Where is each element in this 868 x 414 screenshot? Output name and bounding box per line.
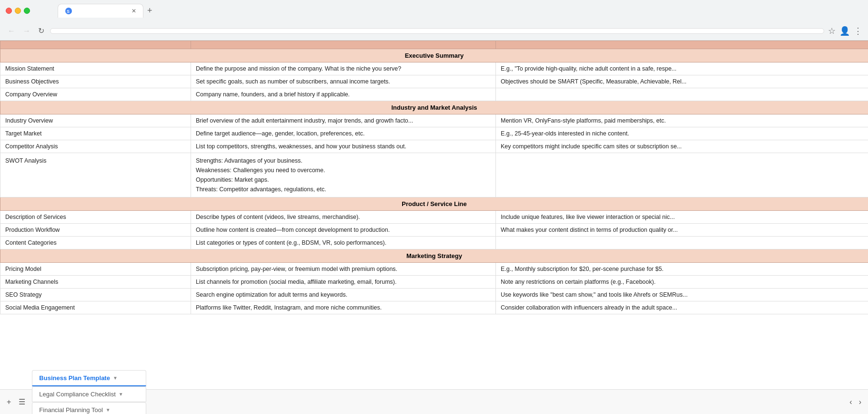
toolbar-icons: ☆ 👤 ⋮: [828, 26, 862, 36]
cell-section: Production Workflow: [0, 224, 191, 237]
cell-section: Competitor Analysis: [0, 140, 191, 153]
sheet-controls: + ☰: [4, 395, 28, 408]
sheet-tab[interactable]: Legal Compliance Checklist▼: [32, 386, 146, 402]
header-notes: [496, 41, 868, 49]
table-row[interactable]: Content CategoriesList categories or typ…: [0, 237, 868, 249]
cell-description: List categories or types of content (e.g…: [191, 237, 496, 249]
section-header-cell: Industry and Market Analysis: [0, 101, 868, 114]
table-row[interactable]: Industry OverviewBrief overview of the a…: [0, 114, 868, 127]
address-bar-row: ← → ↻ ☆ 👤 ⋮: [0, 21, 868, 40]
table-row[interactable]: SWOT AnalysisStrengths: Advantages of yo…: [0, 153, 868, 197]
cell-notes: Mention VR, OnlyFans-style platforms, pa…: [496, 114, 868, 127]
sheet-tab-dropdown-icon[interactable]: ▼: [119, 392, 123, 397]
forward-button[interactable]: →: [21, 25, 32, 37]
cell-section: Mission Statement: [0, 62, 191, 75]
bookmark-icon[interactable]: ☆: [828, 26, 836, 36]
table-row[interactable]: Business ObjectivesSet specific goals, s…: [0, 75, 868, 88]
tab-favicon-icon: S: [65, 7, 72, 15]
section-header-row: Executive Summary: [0, 49, 868, 62]
section-header-cell: Executive Summary: [0, 49, 868, 62]
table-row[interactable]: Target MarketDefine target audience—age,…: [0, 127, 868, 140]
cell-notes: E.g., "To provide high-quality, niche ad…: [496, 62, 868, 75]
close-window-button[interactable]: [6, 8, 12, 14]
minimize-window-button[interactable]: [15, 8, 21, 14]
table-row[interactable]: Mission StatementDefine the purpose and …: [0, 62, 868, 75]
svg-text:S: S: [67, 9, 70, 14]
sheet-tab-dropdown-icon[interactable]: ▼: [106, 407, 111, 413]
cell-section: Marketing Channels: [0, 276, 191, 289]
add-sheet-button[interactable]: +: [4, 396, 14, 408]
new-tab-button[interactable]: +: [143, 4, 156, 18]
sheet-tab-dropdown-icon[interactable]: ▼: [113, 375, 118, 381]
cell-description: Describe types of content (videos, live …: [191, 211, 496, 224]
cell-description: Define the purpose and mission of the co…: [191, 62, 496, 75]
cell-notes: Include unique features, like live viewe…: [496, 211, 868, 224]
sheet-tab-label: Legal Compliance Checklist: [39, 391, 115, 398]
profile-icon[interactable]: 👤: [839, 26, 850, 36]
sheets-menu-button[interactable]: ☰: [16, 395, 28, 408]
cell-section: Content Categories: [0, 237, 191, 249]
cell-section: Business Objectives: [0, 75, 191, 88]
maximize-window-button[interactable]: [24, 8, 30, 14]
cell-section: Social Media Engagement: [0, 301, 191, 314]
table-row[interactable]: Company OverviewCompany name, founders, …: [0, 88, 868, 101]
menu-icon[interactable]: ⋮: [854, 26, 862, 36]
tab-close-icon[interactable]: ✕: [131, 8, 136, 14]
cell-notes: Use keywords like "best cam show," and t…: [496, 289, 868, 301]
cell-description: List channels for promotion (social medi…: [191, 276, 496, 289]
header-description: [191, 41, 496, 49]
sheet-nav: ‹ ›: [847, 396, 864, 408]
cell-notes: Key competitors might include specific c…: [496, 140, 868, 153]
cell-notes: [496, 237, 868, 249]
cell-description: List top competitors, strengths, weaknes…: [191, 140, 496, 153]
table-row[interactable]: Pricing ModelSubscription pricing, pay-p…: [0, 263, 868, 276]
cell-description: Search engine optimization for adult ter…: [191, 289, 496, 301]
section-header-cell: Product / Service Line: [0, 197, 868, 211]
address-bar[interactable]: [50, 28, 824, 34]
table-row[interactable]: Production WorkflowOutline how content i…: [0, 224, 868, 237]
tab-bar: S ✕ +: [34, 4, 180, 18]
cell-notes: Note any restrictions on certain platfor…: [496, 276, 868, 289]
cell-description: Outline how content is created—from conc…: [191, 224, 496, 237]
cell-notes: What makes your content distinct in term…: [496, 224, 868, 237]
section-header-cell: Marketing Strategy: [0, 249, 868, 263]
sheet-tabs-container: Business Plan Template▼Legal Compliance …: [32, 370, 146, 414]
cell-notes: Objectives should be SMART (Specific, Me…: [496, 75, 868, 88]
table-header: [0, 41, 868, 49]
table-row[interactable]: Marketing ChannelsList channels for prom…: [0, 276, 868, 289]
back-button[interactable]: ←: [6, 25, 17, 37]
data-table: Executive SummaryMission StatementDefine…: [0, 41, 868, 314]
browser-tab[interactable]: S ✕: [58, 4, 143, 18]
cell-section: Target Market: [0, 127, 191, 140]
cell-description: Define target audience—age, gender, loca…: [191, 127, 496, 140]
title-bar: S ✕ +: [0, 0, 868, 21]
cell-notes: Consider collaboration with influencers …: [496, 301, 868, 314]
window-controls: [6, 8, 30, 14]
cell-description: Company name, founders, and a brief hist…: [191, 88, 496, 101]
cell-notes: [496, 88, 868, 101]
sheet-tab-label: Business Plan Template: [39, 374, 110, 382]
table-row[interactable]: SEO StrategySearch engine optimization f…: [0, 289, 868, 301]
table-row[interactable]: Competitor AnalysisList top competitors,…: [0, 140, 868, 153]
cell-description: Subscription pricing, pay-per-view, or f…: [191, 263, 496, 276]
table-row[interactable]: Description of ServicesDescribe types of…: [0, 211, 868, 224]
table-row[interactable]: Social Media EngagementPlatforms like Tw…: [0, 301, 868, 314]
cell-description: Brief overview of the adult entertainmen…: [191, 114, 496, 127]
sheet-next-button[interactable]: ›: [856, 396, 864, 408]
sheet-tab[interactable]: Business Plan Template▼: [32, 370, 146, 386]
browser-chrome: S ✕ + ← → ↻ ☆ 👤 ⋮: [0, 0, 868, 41]
section-header-row: Product / Service Line: [0, 197, 868, 211]
cell-notes: E.g., Monthly subscription for $20, per-…: [496, 263, 868, 276]
cell-section: SEO Strategy: [0, 289, 191, 301]
reload-button[interactable]: ↻: [36, 24, 46, 37]
sheet-tab[interactable]: Financial Planning Tool▼: [32, 402, 146, 414]
cell-section: Pricing Model: [0, 263, 191, 276]
header-section: [0, 41, 191, 49]
sheet-prev-button[interactable]: ‹: [847, 396, 855, 408]
cell-description: Platforms like Twitter, Reddit, Instagra…: [191, 301, 496, 314]
section-header-row: Marketing Strategy: [0, 249, 868, 263]
cell-section: Industry Overview: [0, 114, 191, 127]
spreadsheet-area: Executive SummaryMission StatementDefine…: [0, 41, 868, 368]
cell-notes: [496, 153, 868, 197]
cell-section: SWOT Analysis: [0, 153, 191, 197]
